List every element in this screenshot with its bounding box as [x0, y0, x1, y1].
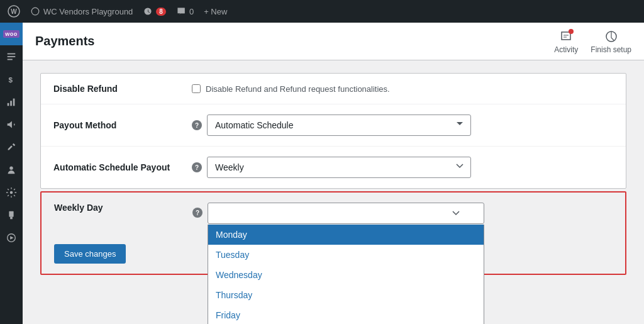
form-area: Disable Refund Disable Refund and Refund… — [23, 60, 644, 324]
dropdown-option-tuesday[interactable]: Tuesday — [208, 245, 484, 265]
weekly-day-control: ? Monday Tuesday Wednesday Thursday — [192, 203, 613, 224]
sidebar: woo $ — [0, 23, 23, 324]
schedule-payout-select-wrap: Daily Weekly Monthly — [207, 157, 471, 178]
disable-refund-label: Disable Refund — [53, 84, 192, 94]
finish-setup-label: Finish setup — [591, 45, 631, 54]
svg-text:W: W — [11, 8, 17, 15]
svg-point-9 — [9, 167, 13, 170]
save-changes-button[interactable]: Save changes — [54, 244, 126, 264]
activity-icon-wrap — [558, 29, 574, 44]
site-name: WC Vendors Playground — [43, 7, 133, 16]
sidebar-item-tools[interactable] — [0, 136, 23, 159]
page-header: Payments Activity Finish setup — [23, 23, 644, 60]
weekly-day-chevron — [451, 208, 461, 218]
svg-rect-12 — [10, 217, 13, 220]
svg-rect-2 — [8, 53, 16, 55]
activity-label: Activity — [554, 45, 578, 54]
activity-button[interactable]: Activity — [554, 29, 578, 54]
payout-method-select[interactable]: Manual Automatic Schedule — [207, 115, 471, 136]
admin-bar: W WC Vendors Playground 8 0 + New — [0, 0, 644, 23]
svg-rect-6 — [8, 103, 9, 106]
svg-text:$: $ — [9, 75, 13, 84]
schedule-payout-control: ? Daily Weekly Monthly — [192, 157, 613, 178]
svg-point-10 — [10, 191, 13, 194]
sidebar-item-media[interactable] — [0, 226, 23, 249]
weekly-day-dropdown-container: Monday Tuesday Wednesday Thursday Friday… — [208, 203, 484, 224]
weekly-day-row: Weekly Day ? Monday Tuesday Wednesday — [42, 193, 625, 234]
dropdown-option-wednesday[interactable]: Wednesday — [208, 265, 484, 285]
svg-rect-3 — [8, 56, 16, 57]
schedule-payout-row: Automatic Schedule Payout ? Daily Weekly… — [41, 147, 626, 188]
payout-method-help-icon[interactable]: ? — [192, 120, 202, 130]
payout-method-control: ? Manual Automatic Schedule — [192, 115, 613, 136]
weekly-day-section: Weekly Day ? Monday Tuesday Wednesday — [40, 191, 626, 275]
comments-item[interactable]: 0 — [176, 6, 194, 16]
updates-item[interactable]: 8 — [143, 6, 166, 16]
disable-refund-text: Disable Refund and Refund request functi… — [206, 84, 390, 94]
header-actions: Activity Finish setup — [554, 29, 631, 54]
sidebar-item-woo[interactable]: woo — [0, 23, 23, 45]
wp-logo-item[interactable]: W — [8, 5, 20, 18]
new-label: + New — [204, 7, 227, 16]
dropdown-option-monday[interactable]: Monday — [208, 225, 484, 245]
svg-marker-16 — [10, 236, 13, 239]
dropdown-option-thursday[interactable]: Thursday — [208, 285, 484, 305]
weekly-day-dropdown-trigger[interactable] — [208, 203, 484, 224]
svg-rect-4 — [8, 59, 13, 60]
payout-method-row: Payout Method ? Manual Automatic Schedul… — [41, 104, 626, 147]
svg-rect-8 — [13, 99, 15, 106]
weekly-day-dropdown-list: Monday Tuesday Wednesday Thursday Friday… — [208, 225, 484, 324]
payout-method-label: Payout Method — [53, 120, 192, 130]
disable-refund-checkbox[interactable] — [192, 84, 201, 93]
disable-refund-checkbox-label[interactable]: Disable Refund and Refund request functi… — [192, 84, 390, 94]
payout-method-select-wrap: Manual Automatic Schedule — [207, 115, 471, 136]
form-card: Disable Refund Disable Refund and Refund… — [40, 73, 626, 189]
sidebar-item-settings[interactable] — [0, 181, 23, 204]
schedule-payout-help-icon[interactable]: ? — [192, 162, 202, 172]
sidebar-item-orders[interactable] — [0, 45, 23, 68]
activity-badge — [569, 29, 574, 34]
page-title: Payments — [35, 34, 95, 48]
sidebar-item-users[interactable] — [0, 159, 23, 181]
sidebar-item-marketing[interactable] — [0, 113, 23, 136]
new-item[interactable]: + New — [204, 7, 227, 16]
content-area: Payments Activity Finish setup — [23, 23, 644, 324]
finish-setup-button[interactable]: Finish setup — [591, 29, 631, 54]
sidebar-item-payments[interactable]: $ — [0, 68, 23, 91]
comments-count: 0 — [189, 7, 194, 16]
site-name-item[interactable]: WC Vendors Playground — [30, 6, 133, 16]
weekly-day-label: Weekly Day — [54, 203, 192, 213]
schedule-payout-select[interactable]: Daily Weekly Monthly — [207, 157, 471, 178]
finish-setup-icon-wrap — [604, 29, 619, 44]
dropdown-option-friday[interactable]: Friday — [208, 305, 484, 324]
weekly-day-help-icon[interactable]: ? — [192, 208, 203, 218]
disable-refund-row: Disable Refund Disable Refund and Refund… — [41, 74, 626, 104]
sidebar-item-analytics[interactable] — [0, 91, 23, 113]
svg-rect-11 — [9, 211, 13, 217]
sidebar-item-plugins[interactable] — [0, 204, 23, 226]
disable-refund-control: Disable Refund and Refund request functi… — [192, 84, 613, 94]
svg-rect-7 — [10, 101, 12, 106]
updates-badge: 8 — [156, 8, 166, 16]
schedule-payout-label: Automatic Schedule Payout — [53, 162, 192, 172]
